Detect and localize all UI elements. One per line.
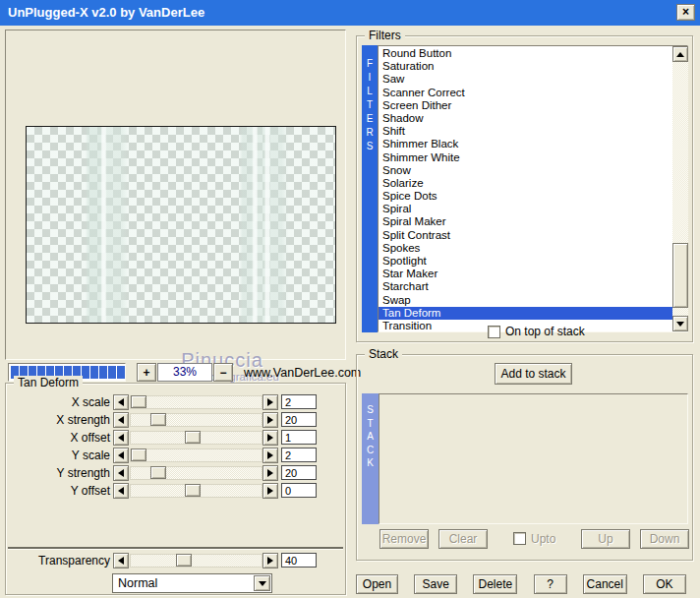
slider-value-input[interactable]: 40 — [281, 553, 317, 568]
dropdown-arrow-icon — [259, 581, 266, 586]
slider-label: X strength — [5, 413, 110, 427]
vendor-website-label: www.VanDerLee.com — [244, 366, 361, 380]
slider-increment-button[interactable] — [262, 448, 278, 463]
ok-button[interactable]: OK — [643, 574, 686, 594]
filter-item[interactable]: Spokes — [379, 242, 687, 255]
left-arrow-icon — [118, 434, 124, 442]
slider-track[interactable] — [130, 484, 262, 498]
filter-item[interactable]: Spice Dots — [379, 190, 687, 203]
filters-group-label: Filters — [365, 29, 405, 42]
stack-group-label: Stack — [365, 347, 402, 361]
remove-button[interactable]: Remove — [379, 529, 429, 549]
slider-decrement-button[interactable] — [113, 412, 129, 428]
slider-thumb[interactable] — [150, 466, 166, 479]
delete-button[interactable]: Delete — [473, 574, 517, 594]
zoom-out-button[interactable]: − — [213, 363, 233, 382]
zoom-in-button[interactable]: + — [137, 363, 156, 382]
slider-value-input[interactable]: 2 — [281, 448, 317, 462]
filter-item[interactable]: Star Maker — [379, 268, 687, 280]
filter-item[interactable]: Round Button — [379, 47, 687, 60]
filter-item[interactable]: Shimmer White — [379, 151, 687, 164]
slider-thumb[interactable] — [185, 484, 201, 497]
scrollbar-thumb[interactable] — [672, 243, 688, 308]
filters-scrollbar[interactable] — [672, 46, 688, 331]
slider-thumb[interactable] — [185, 431, 201, 444]
filter-item[interactable]: Saw — [379, 73, 687, 86]
slider-decrement-button[interactable] — [113, 465, 129, 481]
slider-decrement-button[interactable] — [113, 483, 129, 499]
slider-thumb[interactable] — [176, 554, 192, 567]
right-arrow-icon — [267, 487, 273, 495]
slider-thumb[interactable] — [131, 448, 146, 461]
filter-item[interactable]: Starchart — [379, 280, 687, 293]
param-row-x-scale: X scale2 — [5, 394, 346, 411]
cancel-button[interactable]: Cancel — [583, 574, 627, 594]
slider-track[interactable] — [130, 448, 262, 462]
preview-image[interactable] — [26, 126, 336, 324]
window-title: UnPlugged-X v2.0 by VanDerLee — [8, 0, 204, 26]
up-button[interactable]: Up — [581, 529, 630, 549]
filter-item[interactable]: Scanner Correct — [379, 87, 687, 99]
help-button[interactable]: ? — [534, 574, 567, 594]
filter-item-selected[interactable]: Tan Deform — [379, 307, 687, 320]
slider-decrement-button[interactable] — [113, 430, 129, 446]
scroll-up-icon — [676, 52, 684, 57]
filter-item[interactable]: Saturation — [379, 60, 687, 73]
right-arrow-icon — [267, 434, 273, 442]
left-arrow-icon — [118, 398, 124, 406]
slider-increment-button[interactable] — [262, 412, 278, 428]
down-button[interactable]: Down — [640, 529, 689, 549]
slider-decrement-button[interactable] — [113, 448, 129, 463]
slider-increment-button[interactable] — [262, 465, 278, 481]
slider-label: X offset — [5, 431, 110, 445]
slider-value-input[interactable]: 2 — [281, 394, 317, 409]
title-bar[interactable]: UnPlugged-X v2.0 by VanDerLee × — [0, 0, 700, 26]
scroll-down-button[interactable] — [672, 316, 688, 331]
filter-item[interactable]: Spotlight — [379, 255, 687, 268]
filter-item[interactable]: Shift — [379, 125, 687, 138]
filter-item[interactable]: Shimmer Black — [379, 138, 687, 150]
slider-value-input[interactable]: 20 — [281, 465, 317, 480]
slider-thumb[interactable] — [131, 395, 146, 408]
slider-value-input[interactable]: 20 — [281, 412, 317, 427]
filter-item[interactable]: Swap — [379, 294, 687, 307]
slider-track[interactable] — [130, 466, 262, 480]
clear-button[interactable]: Clear — [438, 529, 488, 549]
slider-track[interactable] — [130, 431, 262, 445]
filters-strip: F I L T E R S — [362, 45, 378, 332]
filter-item[interactable]: Screen Dither — [379, 99, 687, 112]
filter-item[interactable]: Spiral Maker — [379, 215, 687, 228]
stack-list[interactable] — [379, 393, 688, 524]
slider-track[interactable] — [130, 395, 262, 409]
slider-value-input[interactable]: 1 — [281, 430, 317, 445]
filter-item[interactable]: Shadow — [379, 112, 687, 125]
transparency-row: Transparency 40 — [5, 553, 346, 569]
slider-value-input[interactable]: 0 — [281, 483, 317, 498]
slider-increment-button[interactable] — [262, 394, 278, 410]
on-top-checkbox[interactable] — [488, 326, 500, 338]
slider-increment-button[interactable] — [262, 553, 278, 568]
filter-item[interactable]: Spiral — [379, 203, 687, 215]
slider-decrement-button[interactable] — [113, 394, 129, 410]
scroll-up-button[interactable] — [672, 46, 688, 62]
filter-item[interactable]: Snow — [379, 164, 687, 177]
slider-increment-button[interactable] — [262, 430, 278, 446]
slider-track[interactable] — [130, 554, 262, 568]
param-row-y-scale: Y scale2 — [5, 448, 346, 464]
slider-label: Transparency — [5, 554, 110, 568]
slider-thumb[interactable] — [150, 413, 166, 426]
divider — [8, 547, 343, 549]
dropdown-arrow-button[interactable] — [254, 575, 270, 591]
stack-strip: S T A C K — [362, 393, 379, 524]
slider-increment-button[interactable] — [262, 483, 278, 499]
slider-decrement-button[interactable] — [113, 553, 129, 568]
open-button[interactable]: Open — [356, 574, 398, 594]
add-to-stack-button[interactable]: Add to stack — [495, 363, 572, 385]
blend-mode-dropdown[interactable]: Normal — [112, 573, 272, 593]
filter-item[interactable]: Solarize — [379, 177, 687, 190]
close-button[interactable]: × — [676, 4, 695, 21]
upto-checkbox[interactable] — [513, 532, 526, 545]
slider-track[interactable] — [130, 413, 262, 427]
save-button[interactable]: Save — [414, 574, 457, 594]
filter-item[interactable]: Split Contrast — [379, 229, 687, 242]
